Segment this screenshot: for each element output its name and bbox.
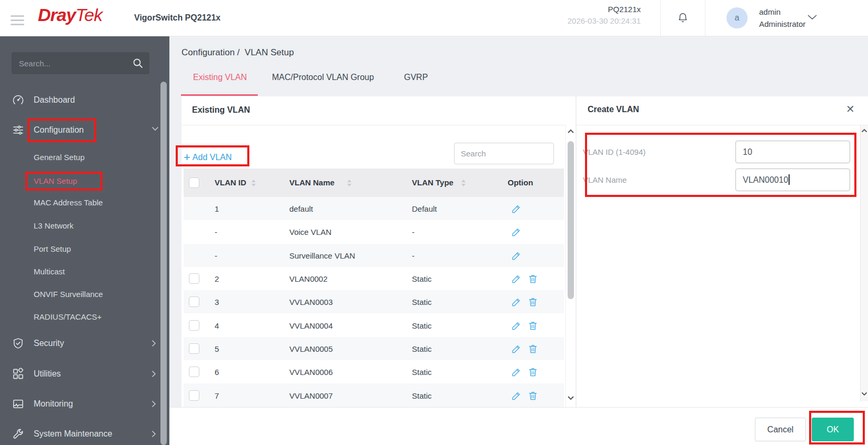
delete-trash-icon[interactable] bbox=[528, 343, 538, 354]
column-header-option: Option bbox=[508, 169, 533, 197]
chevron-right-icon bbox=[152, 400, 159, 408]
cell-vlan-name: VVLAN0006 bbox=[289, 368, 333, 377]
sidebar-item-onvif-surveillance[interactable]: ONVIF Surveillance bbox=[0, 282, 169, 305]
cell-vlan-id: 2 bbox=[215, 274, 219, 283]
delete-trash-icon[interactable] bbox=[528, 296, 538, 307]
column-header-vlan-type[interactable]: VLAN Type bbox=[412, 169, 453, 197]
sidebar-item-l3-network[interactable]: L3 Network bbox=[0, 214, 169, 237]
column-header-vlan-id[interactable]: VLAN ID bbox=[215, 169, 246, 197]
sidebar-item-security[interactable]: Security bbox=[0, 332, 169, 355]
sidebar-search-input[interactable] bbox=[12, 52, 149, 74]
add-vlan-button[interactable]: +Add VLAN bbox=[184, 147, 232, 168]
cell-vlan-id: 6 bbox=[215, 368, 219, 377]
sidebar-item-label: Monitoring bbox=[34, 399, 73, 409]
sidebar-item-multicast[interactable]: Multicast bbox=[0, 260, 169, 283]
sidebar-item-label: Configuration bbox=[34, 125, 84, 135]
ok-button[interactable]: OK bbox=[812, 418, 854, 441]
breadcrumb-page: VLAN Setup bbox=[245, 47, 294, 57]
vigorswitch-admin-page: DrayTek VigorSwitch PQ2121x PQ2121x 2026… bbox=[0, 0, 868, 445]
edit-pencil-icon[interactable] bbox=[511, 367, 522, 377]
sort-icon[interactable] bbox=[251, 180, 256, 186]
sidebar-item-label: VLAN Setup bbox=[34, 176, 77, 185]
cell-vlan-type: Static bbox=[412, 274, 432, 283]
plus-icon: + bbox=[184, 151, 190, 164]
sidebar-item-system-maintenance[interactable]: System Maintenance bbox=[0, 422, 169, 445]
row-checkbox[interactable] bbox=[189, 273, 199, 284]
table-row: 6VVLAN0006Static bbox=[184, 360, 564, 383]
chevron-right-icon bbox=[152, 370, 159, 378]
edit-pencil-icon[interactable] bbox=[511, 250, 522, 261]
scroll-up-icon[interactable] bbox=[567, 129, 574, 136]
create-vlan-drawer: Create VLAN ✕ VLAN ID (1-4094) 10 VLAN N… bbox=[577, 96, 868, 445]
notification-bell-icon[interactable] bbox=[677, 12, 689, 24]
sidebar-item-label: Utilities bbox=[34, 369, 61, 379]
edit-pencil-icon[interactable] bbox=[511, 296, 522, 307]
sidebar-item-radius-tacacs-[interactable]: RADIUS/TACACS+ bbox=[0, 305, 169, 328]
sidebar-item-dashboard[interactable]: Dashboard bbox=[0, 88, 169, 112]
edit-pencil-icon[interactable] bbox=[511, 273, 522, 284]
select-all-checkbox[interactable] bbox=[189, 177, 199, 188]
edit-pencil-icon[interactable] bbox=[511, 203, 522, 214]
sidebar-item-port-setup[interactable]: Port Setup bbox=[0, 237, 169, 260]
delete-trash-icon[interactable] bbox=[528, 390, 538, 401]
sidebar-item-configuration[interactable]: Configuration bbox=[0, 118, 169, 142]
cell-vlan-type: - bbox=[412, 251, 415, 260]
add-vlan-label: Add VLAN bbox=[193, 153, 232, 162]
tab-mac-protocol-vlan-group[interactable]: MAC/Protocol VLAN Group bbox=[272, 73, 374, 82]
tab-existing-vlan[interactable]: Existing VLAN bbox=[193, 73, 247, 82]
sidebar-item-utilities[interactable]: Utilities bbox=[0, 362, 169, 385]
cell-vlan-type: Static bbox=[412, 391, 432, 400]
vlan-name-field[interactable]: VLAN00010 bbox=[735, 169, 850, 191]
drawer-title: Create VLAN bbox=[588, 105, 639, 114]
sort-icon[interactable] bbox=[461, 180, 466, 186]
sidebar-item-label: L3 Network bbox=[34, 221, 74, 230]
edit-pencil-icon[interactable] bbox=[511, 320, 522, 331]
breadcrumb-section[interactable]: Configuration bbox=[181, 47, 235, 57]
row-checkbox[interactable] bbox=[189, 296, 199, 307]
table-scrollbar[interactable] bbox=[566, 125, 576, 407]
delete-trash-icon[interactable] bbox=[528, 367, 538, 377]
sidebar-scrollbar-thumb[interactable] bbox=[160, 82, 167, 445]
sidebar-item-monitoring[interactable]: Monitoring bbox=[0, 392, 169, 416]
drawer-scrollbar[interactable] bbox=[860, 125, 868, 401]
cell-vlan-name: Surveillance VLAN bbox=[289, 251, 355, 260]
table-header-row: VLAN ID VLAN Name VLAN Type Option bbox=[184, 169, 564, 197]
cancel-button[interactable]: Cancel bbox=[755, 418, 806, 441]
scroll-down-icon[interactable] bbox=[567, 395, 574, 403]
user-menu-chevron-down-icon[interactable] bbox=[808, 15, 817, 20]
cell-vlan-name: VVLAN0003 bbox=[289, 298, 333, 306]
security-icon bbox=[12, 338, 24, 350]
edit-pencil-icon[interactable] bbox=[511, 390, 522, 401]
avatar[interactable]: a bbox=[726, 7, 748, 28]
scroll-up-icon[interactable] bbox=[861, 128, 867, 135]
row-checkbox[interactable] bbox=[189, 367, 199, 377]
vlan-id-field[interactable]: 10 bbox=[735, 141, 850, 163]
row-checkbox[interactable] bbox=[189, 343, 199, 354]
scroll-down-icon[interactable] bbox=[861, 392, 867, 398]
row-checkbox[interactable] bbox=[189, 320, 199, 331]
sidebar-item-label: ONVIF Surveillance bbox=[34, 290, 103, 299]
edit-pencil-icon[interactable] bbox=[511, 226, 522, 237]
text-cursor bbox=[789, 174, 790, 185]
sidebar-item-mac-address-table[interactable]: MAC Address Table bbox=[0, 191, 169, 214]
hamburger-menu-icon[interactable] bbox=[11, 13, 24, 28]
edit-pencil-icon[interactable] bbox=[511, 343, 522, 354]
close-icon[interactable]: ✕ bbox=[846, 103, 855, 115]
cell-vlan-type: Static bbox=[412, 321, 432, 330]
cell-vlan-id: 3 bbox=[215, 298, 219, 306]
sidebar-item-vlan-setup[interactable]: VLAN Setup bbox=[0, 169, 169, 192]
row-checkbox[interactable] bbox=[189, 390, 199, 401]
delete-trash-icon[interactable] bbox=[528, 320, 538, 331]
breadcrumb-separator: / bbox=[237, 47, 240, 57]
configuration-icon bbox=[12, 124, 24, 136]
column-header-vlan-name[interactable]: VLAN Name bbox=[289, 169, 335, 197]
delete-trash-icon[interactable] bbox=[528, 273, 538, 284]
cell-vlan-type: Static bbox=[412, 298, 432, 306]
table-search-input[interactable] bbox=[454, 143, 554, 164]
sort-icon[interactable] bbox=[347, 180, 351, 186]
sidebar: DashboardConfigurationGeneral SetupVLAN … bbox=[0, 36, 169, 445]
tab-gvrp[interactable]: GVRP bbox=[404, 73, 428, 82]
table-scrollbar-thumb[interactable] bbox=[568, 141, 574, 299]
search-icon bbox=[133, 58, 143, 68]
sidebar-item-general-setup[interactable]: General Setup bbox=[0, 145, 169, 169]
